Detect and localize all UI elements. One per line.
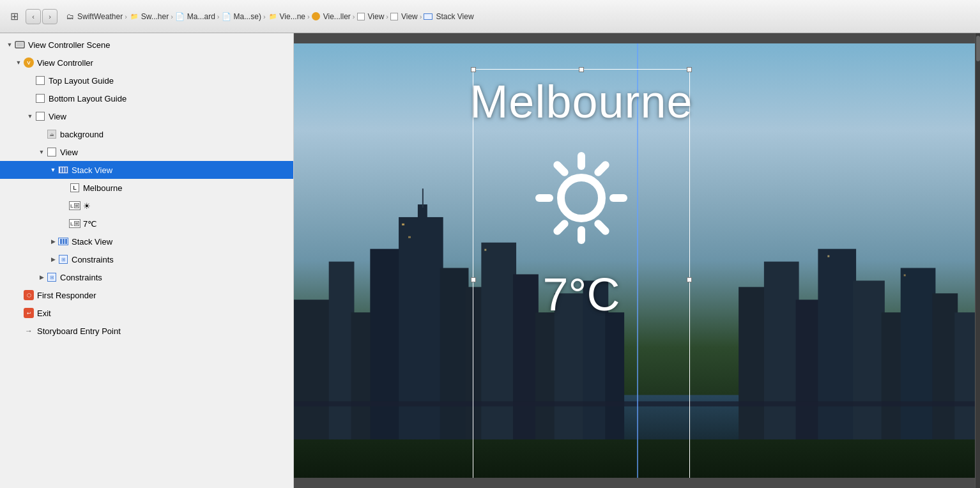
sidebar-item-view-2[interactable]: View — [0, 143, 293, 161]
image-icon: ⛰ — [46, 128, 57, 140]
breadcrumb-label: Ma...se) — [234, 12, 261, 21]
item-label: Melbourne — [83, 183, 122, 193]
svg-rect-23 — [882, 312, 904, 439]
sun-icon — [524, 141, 639, 255]
expand-arrow[interactable] — [14, 58, 23, 67]
item-label: View — [60, 148, 78, 157]
svg-rect-37 — [609, 194, 627, 202]
label-lw-icon: L W — [69, 200, 80, 211]
svg-rect-17 — [605, 312, 624, 439]
svg-rect-1 — [17, 43, 23, 47]
svg-rect-5 — [351, 312, 374, 439]
stackview-icon — [424, 13, 433, 20]
svg-rect-4 — [329, 262, 355, 439]
temperature-label: 7°C — [543, 268, 620, 321]
sidebar-item-melbourne[interactable]: L Melbourne — [0, 179, 293, 197]
sidebar-item-view-controller[interactable]: V View Controller — [0, 54, 293, 72]
expand-arrow[interactable] — [37, 273, 46, 282]
scrollbar-thumb[interactable] — [976, 36, 980, 61]
breadcrumb-item[interactable]: View — [390, 12, 418, 21]
breadcrumb-label: Ma...ard — [187, 12, 215, 21]
sidebar-item-view-1[interactable]: View — [0, 107, 293, 125]
item-label: background — [60, 130, 103, 139]
breadcrumb-separator: › — [263, 13, 266, 20]
svg-rect-14 — [535, 312, 558, 439]
expand-arrow[interactable] — [49, 165, 57, 174]
label-lw-icon: L W — [69, 218, 80, 229]
svg-rect-28 — [402, 224, 404, 225]
breadcrumb-item[interactable]: 🗂 SwiftWeather — [65, 11, 123, 22]
svg-rect-29 — [408, 236, 411, 238]
grid-icon[interactable]: ⊞ — [5, 8, 23, 26]
scene-header[interactable]: View Controller Scene — [0, 36, 293, 54]
svg-rect-24 — [901, 268, 936, 440]
item-label: ☀ — [83, 201, 91, 211]
svg-rect-32 — [904, 274, 906, 276]
item-label: Constraints — [72, 255, 114, 264]
breadcrumb-item[interactable]: 📄 Ma...ard — [175, 11, 215, 22]
view-icon — [390, 13, 398, 20]
sidebar-item-exit[interactable]: ↩ Exit — [0, 304, 293, 322]
item-label: View Controller — [37, 58, 93, 68]
item-label: 7℃ — [83, 219, 97, 229]
sidebar-item-top-layout[interactable]: Top Layout Guide — [0, 72, 293, 89]
canvas-area[interactable]: Melbourne — [294, 33, 980, 488]
breadcrumb-item[interactable]: 📄 Ma...se) — [222, 11, 261, 22]
item-label: Stack View — [72, 165, 112, 175]
sidebar-item-stack-view-2[interactable]: Stack View — [0, 233, 293, 250]
sidebar-item-weather-icon[interactable]: L W ☀ — [0, 197, 293, 215]
canvas-content: Melbourne — [294, 43, 980, 478]
navigator-sidebar: View Controller Scene V View Controller … — [0, 33, 294, 488]
svg-point-33 — [561, 178, 602, 218]
sidebar-item-background[interactable]: ⛰ background — [0, 125, 293, 143]
nav-back-button[interactable]: ‹ — [26, 9, 41, 24]
sidebar-item-constraints-2[interactable]: ⊞ Constraints — [0, 268, 293, 286]
breadcrumb-label: Vie...ne — [280, 12, 305, 21]
scene-arrow[interactable] — [5, 40, 14, 49]
first-responder-icon: ⬡ — [23, 289, 34, 301]
item-label: Storyboard Entry Point — [37, 326, 121, 336]
scrollbar-right[interactable] — [975, 33, 980, 488]
svg-rect-39 — [552, 160, 570, 178]
svg-rect-19 — [764, 262, 799, 439]
sidebar-item-first-responder[interactable]: ⬡ First Responder — [0, 286, 293, 304]
breadcrumb-item[interactable]: 📁 Sw...her — [129, 11, 169, 22]
breadcrumb-separator: › — [307, 13, 310, 20]
expand-arrow[interactable] — [49, 255, 57, 264]
sidebar-item-stack-view-1[interactable]: Stack View — [0, 161, 293, 179]
expand-arrow[interactable] — [26, 112, 34, 121]
stackview-icon — [57, 164, 69, 176]
view-box-icon — [34, 111, 46, 122]
nav-forward-button[interactable]: › — [42, 9, 57, 24]
breadcrumb-label: SwiftWeather — [77, 12, 123, 21]
stackview-icon — [57, 236, 69, 247]
scene-label: View Controller Scene — [28, 40, 110, 50]
breadcrumb-separator: › — [171, 13, 173, 20]
doc-icon: 📄 — [222, 11, 232, 22]
breadcrumb-item[interactable]: Stack View — [424, 12, 473, 21]
sidebar-item-storyboard-entry[interactable]: → Storyboard Entry Point — [0, 322, 293, 340]
svg-rect-35 — [578, 226, 585, 244]
breadcrumb-separator: › — [386, 13, 388, 20]
project-icon: 🗂 — [65, 11, 75, 22]
breadcrumb-item[interactable]: 📁 Vie...ne — [268, 11, 305, 22]
expand-arrow[interactable] — [49, 237, 57, 246]
sidebar-item-constraints-1[interactable]: ⊞ Constraints — [0, 250, 293, 268]
svg-rect-36 — [535, 194, 553, 202]
breadcrumb-item[interactable]: Vie...ller — [312, 12, 351, 21]
entry-icon: → — [23, 325, 34, 337]
breadcrumb-label: Vie...ller — [323, 12, 351, 21]
doc-icon: 📄 — [175, 11, 185, 22]
svg-rect-20 — [796, 300, 822, 439]
sidebar-item-temp[interactable]: L W 7℃ — [0, 215, 293, 233]
svg-rect-21 — [818, 249, 856, 439]
weather-content: Melbourne — [473, 69, 690, 321]
svg-rect-41 — [552, 218, 570, 236]
item-label: Stack View — [72, 237, 112, 247]
expand-arrow[interactable] — [37, 148, 46, 156]
sidebar-item-bottom-layout[interactable]: Bottom Layout Guide — [0, 89, 293, 107]
svg-rect-34 — [578, 152, 585, 170]
breadcrumb-item[interactable]: View — [357, 12, 385, 21]
view-icon — [357, 13, 365, 20]
view-box-icon — [34, 93, 46, 104]
